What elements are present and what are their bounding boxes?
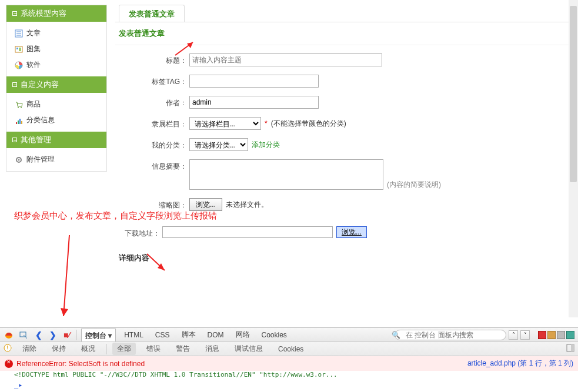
search-next-button[interactable]: ˅ — [520, 330, 530, 340]
disc-icon — [15, 61, 23, 69]
input-author[interactable] — [189, 96, 319, 109]
devtools-tab-script[interactable]: 脚本 — [178, 330, 199, 340]
svg-rect-14 — [21, 121, 22, 124]
svg-line-21 — [64, 235, 69, 316]
sidebar-section-system: 系统模型内容 — [6, 5, 106, 22]
textarea-summary[interactable] — [189, 159, 383, 190]
label-mycat: 我的分类： — [115, 138, 189, 150]
sidebar-item-product[interactable]: 商品 — [6, 96, 106, 112]
search-prev-button[interactable]: ˄ — [509, 330, 518, 340]
input-title[interactable] — [189, 53, 382, 66]
label-tag: 标签TAG： — [115, 75, 189, 87]
console-error-row[interactable]: ReferenceError: SelectSoft is not define… — [0, 356, 578, 371]
gallery-icon — [15, 45, 23, 53]
svg-point-9 — [18, 107, 19, 108]
svg-point-16 — [18, 159, 20, 160]
console-profile[interactable]: 概况 — [76, 343, 100, 355]
summary-note: (内容的简要说明) — [387, 180, 441, 190]
console-filter-errors[interactable]: 错误 — [142, 343, 165, 355]
window-pop-icon[interactable] — [547, 331, 556, 339]
window-close-icon[interactable] — [557, 331, 565, 339]
search-icon: 🔍 — [392, 331, 400, 339]
input-download-url[interactable] — [162, 226, 333, 238]
svg-marker-22 — [61, 308, 68, 316]
devtools-tab-network[interactable]: 网络 — [232, 330, 253, 340]
label-download: 下载地址： — [115, 226, 162, 239]
label-summary: 信息摘要： — [115, 159, 189, 172]
arrow-annotation-icon — [146, 253, 169, 276]
cart-icon — [15, 100, 23, 109]
sidebar-item-gallery[interactable]: 图集 — [6, 41, 106, 57]
panel-toggle-icon[interactable] — [566, 344, 574, 354]
svg-rect-12 — [18, 120, 19, 124]
label-column: 隶属栏目： — [115, 117, 189, 129]
doc-icon — [15, 29, 23, 38]
warn-indicator-icon[interactable]: ! — [4, 344, 12, 354]
thumb-browse-button[interactable]: 浏览... — [189, 198, 222, 211]
console-persist[interactable]: 保持 — [47, 343, 71, 355]
devtools-tab-dom[interactable]: DOM — [204, 331, 228, 339]
label-author: 作者： — [115, 96, 189, 108]
bars-icon — [15, 116, 23, 125]
sidebar-section-other: 其他管理 — [6, 132, 106, 148]
sidebar-section-custom: 自定义内容 — [6, 76, 106, 93]
thumb-nofile: 未选择文件。 — [226, 200, 268, 210]
error-location[interactable]: article_add.php (第 1 行，第 1 列) — [467, 359, 573, 368]
devtools-search-input[interactable] — [395, 330, 506, 340]
svg-point-10 — [21, 107, 22, 108]
window-dock-icon[interactable] — [566, 331, 574, 339]
svg-rect-6 — [19, 48, 21, 51]
firebug-icon[interactable] — [4, 331, 14, 339]
svg-point-8 — [18, 64, 20, 66]
console-prompt[interactable]: _▸ — [0, 381, 578, 389]
devtools-search: 🔍 ˄ ˅ — [383, 330, 574, 340]
annotation-text: 织梦会员中心，发布文章，自定义字段浏览上传报错 — [14, 210, 217, 222]
inspect-icon[interactable] — [19, 331, 29, 339]
error-message: ReferenceError: SelectSoft is not define… — [16, 360, 145, 368]
vertical-scrollbar[interactable] — [569, 0, 578, 317]
back-button[interactable]: ❮ — [34, 330, 44, 340]
console-filter-warnings[interactable]: 警告 — [171, 343, 195, 355]
tab-bar: 发表普通文章 — [115, 5, 572, 22]
svg-rect-13 — [19, 119, 21, 124]
error-icon — [5, 360, 13, 368]
svg-rect-11 — [16, 122, 17, 124]
sidebar-item-article[interactable]: 文章 — [6, 25, 106, 41]
sidebar-item-attachment[interactable]: 附件管理 — [6, 152, 106, 167]
select-column[interactable]: 请选择栏目... — [189, 117, 261, 130]
arrow-annotation-icon — [174, 40, 198, 59]
add-category-link[interactable]: 添加分类 — [252, 140, 280, 150]
console-filter-all[interactable]: 全部 — [112, 343, 136, 355]
sidebar: 系统模型内容 文章 图集 软件 自定义内容 商品 分类信息 其他管理 附件管理 — [6, 5, 107, 172]
tab-publish-article[interactable]: 发表普通文章 — [119, 5, 185, 22]
svg-rect-28 — [571, 344, 574, 351]
devtools-tab-cookies[interactable]: Cookies — [258, 331, 290, 339]
select-mycat[interactable]: 请选择分类... — [189, 138, 248, 151]
console-filter-debug[interactable]: 调试信息 — [230, 343, 268, 355]
devtools-panel: ❮ ❯ ■∕ 控制台 ▾ HTML CSS 脚本 DOM 网络 Cookies … — [0, 327, 578, 392]
forward-button[interactable]: ❯ — [48, 330, 58, 340]
input-tag[interactable] — [189, 75, 319, 88]
column-required: * — [265, 119, 268, 128]
devtools-tab-console[interactable]: 控制台 ▾ — [81, 329, 116, 341]
column-note: (不能选择带颜色的分类) — [271, 119, 346, 129]
console-code-line: <!DOCTYPE html PUBLIC "-//W3C//DTD XHTML… — [0, 371, 578, 381]
stop-record-icon[interactable]: ■∕ — [62, 330, 71, 340]
sidebar-item-software[interactable]: 软件 — [6, 57, 106, 73]
arrow-annotation-icon — [59, 234, 76, 324]
detail-content-head: 详细内容 — [115, 247, 572, 269]
devtools-tab-css[interactable]: CSS — [152, 331, 173, 339]
label-thumb: 缩略图： — [115, 198, 189, 210]
form: 标题： 标签TAG： 作者： 隶属栏目： 请选择栏目... *(不能选择带颜色的… — [115, 45, 572, 269]
console-filter-info[interactable]: 消息 — [201, 343, 224, 355]
svg-rect-5 — [16, 48, 18, 49]
window-min-icon[interactable] — [538, 331, 546, 339]
sidebar-item-category[interactable]: 分类信息 — [6, 112, 106, 128]
console-filter-cookies[interactable]: Cookies — [273, 344, 308, 354]
console-clear[interactable]: 清除 — [18, 343, 41, 355]
gear-icon — [15, 156, 23, 164]
devtools-tab-html[interactable]: HTML — [121, 331, 147, 339]
download-browse-button[interactable]: 浏览... — [336, 226, 367, 238]
svg-text:!: ! — [6, 345, 8, 351]
